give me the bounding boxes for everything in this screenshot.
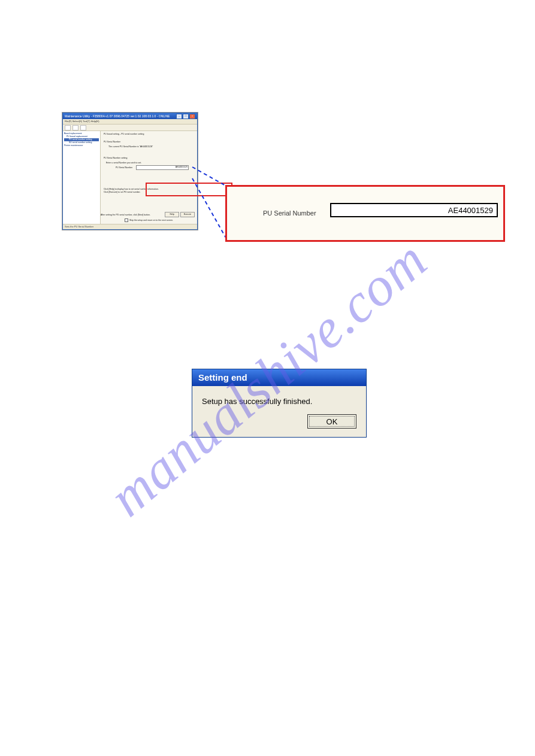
setting-end-dialog: Setting end Setup has successfully finis… [192,369,367,438]
dialog-message: Setup has successfully finished. [192,386,366,414]
zoom-sn-label: PU Serial Number [263,210,316,217]
zoom-sn-input[interactable] [330,203,498,217]
dialog-titlebar: Setting end [192,369,366,386]
highlight-box-zoom: PU Serial Number [225,185,505,242]
svg-line-0 [192,167,226,186]
svg-line-1 [192,178,226,239]
ok-button[interactable]: OK [307,414,356,429]
